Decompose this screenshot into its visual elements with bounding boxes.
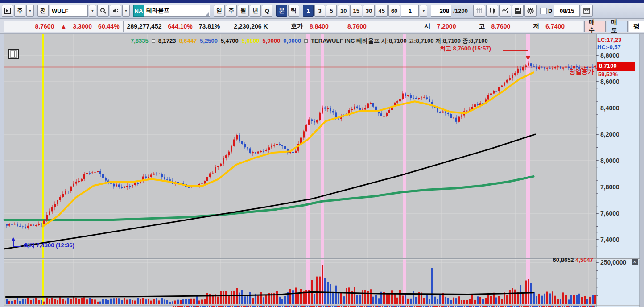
legend-marker-icon	[304, 39, 308, 43]
open-label: 시	[425, 22, 431, 30]
interval-dropdown-button[interactable]: ▼	[420, 5, 427, 17]
hc-indicator: HC:-0,57	[597, 44, 621, 50]
sound-dropdown-button[interactable]: ▼	[122, 5, 130, 17]
change-arrow-icon: ▲	[60, 23, 66, 30]
stock-chart-window: 주 ▼ 전 WULF ▼ ▼ NA 테라울프 일 주 월 년 Q 분 틱 1 3…	[0, 0, 644, 307]
stock-title: TERAWULF INC 테라울프 시:8,7100 고:8,7100 저:8,…	[311, 37, 488, 44]
sound-button[interactable]	[110, 5, 121, 17]
calendar-button[interactable]	[581, 5, 593, 17]
panel-toggle-icon	[4, 8, 11, 14]
hoga-cell: 호가 8.8400 8.7600	[287, 21, 421, 32]
legend-value: 5,2500	[200, 37, 218, 44]
chart-toolbar: 주 ▼ 전 WULF ▼ ▼ NA 테라울프 일 주 월 년 Q 분 틱 1 3…	[0, 3, 644, 19]
candlestick-chart-canvas[interactable]: 8,80008,60008,40008,20008,00007,80007,60…	[0, 34, 644, 307]
legend-value: 5,6800	[242, 37, 260, 44]
lc-indicator: LC:17,23	[597, 37, 621, 43]
mode-minute-button[interactable]: 분	[276, 5, 287, 17]
candle-edit-button[interactable]	[486, 5, 498, 17]
quote-status-bar: 8.7600 ▲ 3.3000 60.44% 289,277,452 644.1…	[0, 19, 644, 34]
y-axis-tick-label: 8,8000	[600, 52, 619, 59]
session-low-annotation: 최저 7,4300 (12:36)	[23, 241, 74, 249]
bid-price: 8.7600	[347, 23, 367, 30]
chart-settings-button[interactable]	[524, 5, 537, 17]
last-price: 8.7600	[35, 23, 54, 30]
legend-value: 8,1723	[158, 37, 176, 44]
mode-tick-button[interactable]: 틱	[288, 5, 299, 17]
legend-value: 0,0000	[283, 37, 301, 44]
open-cell: 시 7.2000	[421, 21, 475, 32]
session-high-annotation: 최고 8,7600 (15:57)	[440, 45, 491, 53]
period-month-button[interactable]: 월	[238, 5, 249, 17]
date-input[interactable]: 08/15	[554, 5, 580, 17]
high-cell: 고 8.7600	[475, 21, 529, 32]
panel-toggle-button[interactable]	[2, 5, 13, 17]
amount-value: 2,230,206 K	[234, 23, 268, 30]
market-code-badge: NA	[133, 5, 144, 17]
d-checkbox[interactable]	[540, 8, 547, 14]
line-add-icon	[502, 8, 508, 14]
price-cell: 8.7600 ▲ 3.3000 60.44%	[4, 21, 123, 32]
legend-value: 7,8335	[131, 37, 149, 44]
interval-custom-input[interactable]: 1	[401, 5, 419, 17]
prev-chart-button[interactable]: 전	[37, 5, 49, 17]
volume-indicator-values: 60,8652 4,5047	[553, 257, 593, 263]
interval-5-button[interactable]: 5	[326, 5, 337, 17]
chart-area: 8,80008,60008,40008,20008,00007,80007,60…	[0, 34, 644, 307]
resize-grip-icon[interactable]	[206, 12, 209, 16]
line-add-button[interactable]	[499, 5, 511, 17]
bar-total-label: /1200	[453, 8, 468, 14]
y-axis-tick-label: 8,6000	[600, 78, 619, 85]
period-year-button[interactable]: 년	[250, 5, 261, 17]
y-axis-tick-label: 8,4000	[600, 104, 619, 112]
turnover-rate: 73.81%	[199, 23, 220, 30]
avg-marker-button[interactable]: 평	[629, 21, 644, 32]
save-icon	[515, 8, 521, 14]
symbol-search-button[interactable]	[97, 5, 109, 17]
window-title-strip	[0, 0, 644, 3]
gear-icon	[527, 8, 534, 14]
high-label: 고	[479, 22, 485, 30]
interval-10-button[interactable]: 10	[338, 5, 349, 17]
symbol-dropdown-button[interactable]: ▼	[89, 5, 96, 17]
period-day-button[interactable]: 일	[214, 5, 225, 17]
stock-name-field[interactable]: 테라울프	[144, 5, 210, 17]
y-axis-tick-label: 8,2000	[600, 131, 619, 138]
save-chart-button[interactable]	[512, 5, 524, 17]
ask-price: 8.8400	[310, 23, 329, 30]
low-cell: 저 6.7400	[529, 21, 583, 32]
d-checkbox-label: D	[548, 8, 552, 14]
period-week-button[interactable]: 주	[226, 5, 237, 17]
grid-icon	[10, 50, 17, 58]
volume-pane-close-button[interactable]: ✕	[632, 259, 638, 265]
speaker-icon	[112, 8, 119, 13]
interval-60-button[interactable]: 60	[388, 5, 400, 17]
interval-1-button[interactable]: 1	[303, 5, 314, 17]
current-change-percent: 59,52%	[598, 71, 618, 78]
bar-count-input[interactable]: 208	[431, 5, 451, 17]
trellis-tool-button[interactable]	[473, 5, 485, 17]
interval-45-button[interactable]: 45	[376, 5, 387, 17]
trellis-icon	[476, 8, 483, 14]
interval-15-button[interactable]: 15	[350, 5, 362, 17]
period-quarter-button[interactable]: Q	[262, 5, 272, 17]
y-axis-tick-label: 7,4000	[600, 236, 619, 243]
volume-value: 289,277,452	[127, 23, 162, 30]
indicator-legend: 7,83358,17238,64475,25005,47005,68005,90…	[131, 37, 488, 45]
interval-30-button[interactable]: 30	[363, 5, 375, 17]
calendar-icon	[583, 8, 590, 14]
hoga-label: 호가	[291, 22, 303, 30]
chart-grid-button[interactable]	[8, 49, 19, 59]
daily-close-line-label: 당일종가	[569, 68, 594, 76]
change-percent: 60.44%	[98, 23, 119, 30]
legend-value: 5,9000	[263, 37, 281, 44]
cycle-week-button[interactable]: 주	[14, 5, 25, 17]
volume-axis-label: 250,0000	[600, 259, 627, 266]
open-price: 7.2000	[437, 23, 456, 30]
y-axis-tick-label: 8,0000	[600, 157, 619, 164]
symbol-input[interactable]: WULF	[50, 5, 88, 17]
cycle-dropdown-button[interactable]: ▼	[26, 5, 34, 17]
interval-3-button[interactable]: 3	[314, 5, 325, 17]
buy-marker-button[interactable]: 매수	[584, 21, 606, 32]
sell-marker-button[interactable]: 매도	[607, 21, 628, 32]
y-axis-tick-label: 7,6000	[600, 210, 619, 217]
